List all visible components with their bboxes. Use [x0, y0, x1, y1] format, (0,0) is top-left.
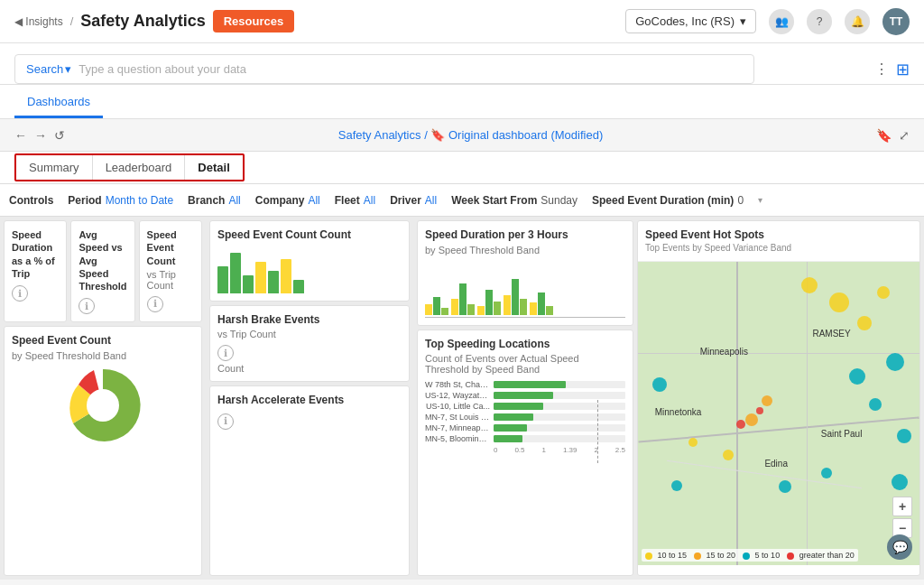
- top-speeding-subtitle: Count of Events over Actual Speed Thresh…: [425, 353, 625, 375]
- h-bar-label-3: MN-7, St Louis P...: [425, 413, 490, 422]
- sbar-5-3: [546, 306, 553, 315]
- company-selector[interactable]: GoCodes, Inc (RS) ▾: [625, 9, 756, 33]
- driver-control[interactable]: Driver All: [390, 194, 437, 207]
- x-axis-line: [425, 317, 625, 318]
- tab-summary[interactable]: Summary: [16, 155, 93, 180]
- undo-icon[interactable]: ←: [14, 128, 27, 143]
- dashboard-tabs: Summary Leaderboard Detail: [14, 153, 245, 181]
- map-legend: 10 to 15 15 to 20 5 to 10 greater than 2…: [642, 549, 858, 562]
- speed-duration-control[interactable]: Speed Event Duration (min) 0: [592, 194, 744, 207]
- h-bar-fill-0: [494, 381, 566, 388]
- search-placeholder: Type a question about your data: [79, 62, 743, 76]
- toolbar-right: 🔖 ⤢: [876, 128, 910, 143]
- pie-svg: [62, 365, 143, 446]
- harsh-accelerate-info-icon[interactable]: ℹ: [217, 413, 234, 430]
- dot-teal-5: [779, 480, 791, 493]
- h-bar-row-1: US-12, Wayzata ...: [425, 391, 625, 400]
- top-nav: ◀ Insights / Safety Analytics Resources …: [0, 0, 924, 43]
- speed-event-count-top-info-icon[interactable]: ℹ: [147, 296, 163, 312]
- period-control[interactable]: Period Month to Date: [68, 194, 173, 207]
- speed-bar-group-3: [477, 290, 501, 315]
- speed-duration-chart-title: Speed Duration per 3 Hours: [425, 228, 625, 243]
- dot-orange-2: [762, 395, 772, 406]
- bar-1: [217, 266, 228, 293]
- chat-button[interactable]: 💬: [887, 534, 912, 560]
- help-icon[interactable]: ?: [807, 9, 832, 34]
- avg-speed-card: Avg Speed vs Avg Speed Threshold ℹ: [70, 220, 134, 322]
- nav-left: ◀ Insights / Safety Analytics Resources: [14, 10, 294, 32]
- h-bar-track-5: [494, 435, 625, 442]
- more-options-icon[interactable]: ⋮: [874, 60, 889, 78]
- dot-yellow-6: [688, 438, 698, 447]
- resources-button[interactable]: Resources: [213, 10, 294, 32]
- zoom-in-button[interactable]: +: [892, 497, 912, 516]
- week-value[interactable]: Sunday: [541, 194, 578, 207]
- sbar-4-2: [512, 279, 519, 315]
- bookmark-action-icon[interactable]: 🔖: [876, 128, 892, 143]
- breadcrumb-end: Original dashboard (Modified): [448, 128, 603, 142]
- period-value[interactable]: Month to Date: [106, 194, 173, 207]
- search-bar[interactable]: Search ▾ Type a question about your data: [14, 54, 754, 84]
- dot-orange-1: [745, 413, 758, 426]
- harsh-brake-count-label: Count: [217, 363, 402, 374]
- refresh-icon[interactable]: ↺: [54, 128, 65, 143]
- controls-chevron-icon[interactable]: ▾: [758, 195, 762, 205]
- speed-duration-info-icon[interactable]: ℹ: [12, 285, 28, 302]
- branch-value[interactable]: All: [228, 194, 240, 207]
- sbar-2-1: [451, 299, 458, 315]
- main-content: Speed Duration as a % of Trip ℹ Avg Spee…: [0, 217, 924, 580]
- road-vertical: [736, 262, 738, 565]
- notifications-icon[interactable]: 🔔: [845, 9, 870, 34]
- fleet-control[interactable]: Fleet All: [335, 194, 375, 207]
- x-label-1: 0.5: [514, 446, 524, 454]
- h-bar-label-4: MN-7, Minneapoli...: [425, 423, 490, 432]
- h-bar-track-3: [494, 413, 625, 421]
- tab-detail[interactable]: Detail: [185, 155, 242, 180]
- toolbar-left: ← → ↺: [14, 128, 65, 143]
- speed-duration-value[interactable]: 0: [737, 194, 744, 207]
- week-control[interactable]: Week Start From Sunday: [451, 194, 578, 207]
- x-axis-labels: 0 0.5 1 1.39 2 2.5: [494, 446, 625, 454]
- copy-icon[interactable]: ⊞: [896, 60, 910, 79]
- speed-duration-card: Speed Duration as a % of Trip ℹ: [4, 220, 67, 322]
- legend-dot-2: [743, 552, 750, 560]
- company-control[interactable]: Company All: [255, 194, 320, 207]
- h-bar-label-1: US-12, Wayzata ...: [425, 391, 490, 400]
- legend-dot-1: [694, 552, 701, 560]
- breadcrumb-start[interactable]: Safety Analytics: [338, 128, 421, 142]
- tabs-bar: Dashboards: [0, 85, 924, 119]
- road-horizontal-2: [638, 353, 919, 354]
- center-column: Speed Duration per 3 Hours by Speed Thre…: [417, 220, 633, 576]
- sbar-4-3: [520, 299, 527, 315]
- h-bar-track-2: [494, 403, 625, 410]
- bar-3: [243, 275, 254, 293]
- label-edina: Edina: [764, 459, 788, 469]
- map-area: Minneapolis RAMSEY Saint Paul Edina Minn…: [638, 262, 919, 565]
- driver-value[interactable]: All: [425, 194, 437, 207]
- speed-bar-group-5: [530, 292, 553, 315]
- tab-leaderboard[interactable]: Leaderboard: [93, 155, 186, 180]
- search-label[interactable]: Search ▾: [26, 62, 71, 76]
- speed-event-count-band-card: Speed Event Count by Speed Threshold Ban…: [4, 326, 202, 576]
- sbar-5-1: [530, 302, 537, 315]
- speed-duration-bars: [425, 261, 625, 315]
- map-card: Speed Event Hot Spots Top Events by Spee…: [637, 220, 920, 576]
- back-link[interactable]: ◀ Insights: [14, 15, 63, 28]
- avg-speed-info-icon[interactable]: ℹ: [79, 298, 95, 314]
- redo-icon[interactable]: →: [34, 128, 47, 143]
- company-control-value[interactable]: All: [308, 194, 319, 207]
- pie-chart: [12, 365, 194, 446]
- harsh-brake-info-icon[interactable]: ℹ: [217, 345, 234, 361]
- avatar[interactable]: TT: [882, 8, 910, 35]
- h-bar-fill-1: [494, 392, 553, 399]
- dot-teal-6: [821, 468, 832, 478]
- tab-dashboards[interactable]: Dashboards: [14, 88, 103, 118]
- speed-event-count-count-card: Speed Event Count Count: [209, 220, 410, 302]
- users-icon[interactable]: 👥: [769, 9, 794, 34]
- expand-icon[interactable]: ⤢: [899, 128, 910, 143]
- sbar-3-1: [477, 306, 485, 315]
- speed-event-bar-chart: [217, 248, 402, 293]
- fleet-value[interactable]: All: [364, 194, 375, 207]
- page-title: Safety Analytics: [80, 12, 205, 31]
- branch-control[interactable]: Branch All: [188, 194, 241, 207]
